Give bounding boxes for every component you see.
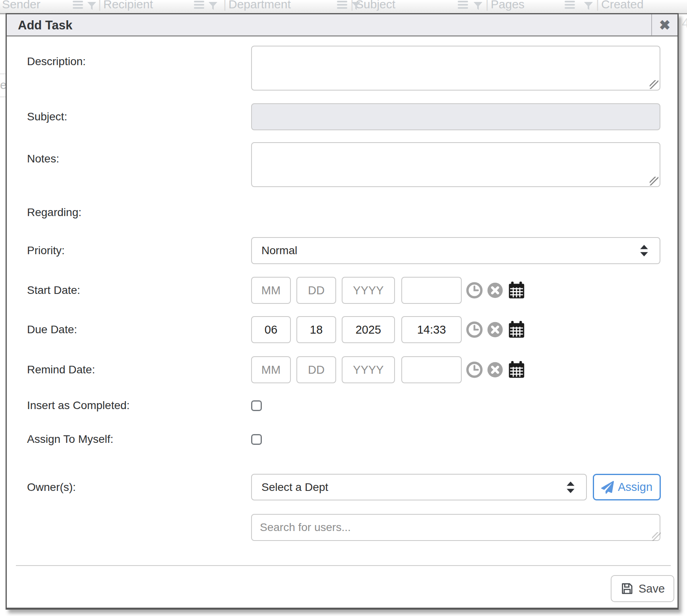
start-day-input[interactable] — [296, 277, 336, 304]
due-date-label: Due Date: — [27, 322, 77, 338]
dialog-title: Add Task — [18, 14, 72, 37]
sort-icon — [458, 1, 468, 11]
bg-row-line — [0, 97, 6, 97]
bg-column-recipient: Recipient — [103, 0, 153, 12]
column-separator: | — [486, 0, 489, 12]
start-month-input[interactable] — [251, 277, 291, 304]
due-year-input[interactable] — [342, 316, 395, 343]
background-table-header: Sender Recipient Department Subject Page… — [0, 0, 687, 14]
due-time-input[interactable] — [401, 316, 462, 343]
sort-icon — [194, 1, 204, 11]
save-button-label: Save — [639, 582, 665, 595]
remind-day-input[interactable] — [296, 356, 336, 383]
paper-plane-icon — [601, 481, 614, 494]
department-select[interactable]: Select a Dept — [251, 474, 587, 500]
regarding-label: Regarding: — [27, 205, 81, 220]
dialog-header: Add Task ✖ — [7, 14, 677, 37]
priority-selected-value: Normal — [261, 244, 638, 257]
calendar-icon[interactable] — [508, 321, 525, 339]
clear-date-icon[interactable] — [487, 282, 503, 299]
add-task-dialog: Add Task ✖ Description: Subject: Notes: … — [6, 13, 679, 610]
column-separator: | — [98, 0, 101, 12]
filter-funnel-icon — [583, 1, 594, 11]
remind-time-input[interactable] — [401, 356, 462, 383]
bg-column-pages: Pages — [491, 0, 524, 12]
owners-label: Owner(s): — [27, 479, 76, 495]
start-time-input[interactable] — [401, 277, 462, 304]
save-button[interactable]: Save — [611, 575, 674, 602]
filter-funnel-icon — [473, 1, 483, 11]
insert-as-completed-checkbox[interactable] — [251, 400, 262, 411]
remind-year-input[interactable] — [342, 356, 395, 383]
due-month-input[interactable] — [251, 316, 291, 343]
filter-funnel-icon — [351, 1, 361, 11]
filter-funnel-icon — [87, 1, 97, 11]
subject-input — [251, 103, 660, 130]
bg-column-sender: Sender — [2, 0, 41, 12]
priority-label: Priority: — [27, 243, 65, 259]
remind-date-label: Remind Date: — [27, 362, 95, 378]
select-arrows-icon — [638, 244, 650, 257]
start-year-input[interactable] — [342, 277, 395, 304]
bg-text-fragment: 4 — [682, 15, 687, 31]
clock-icon[interactable] — [466, 282, 483, 299]
filter-funnel-icon — [208, 1, 218, 11]
insert-as-completed-label: Insert as Completed: — [27, 398, 130, 413]
user-search-textarea[interactable] — [251, 514, 660, 541]
start-date-label: Start Date: — [27, 282, 80, 298]
close-icon[interactable]: ✖ — [651, 14, 677, 35]
bg-column-created: Created — [601, 0, 644, 12]
description-label: Description: — [27, 54, 86, 70]
column-separator: | — [596, 0, 599, 12]
due-day-input[interactable] — [296, 316, 336, 343]
clear-date-icon[interactable] — [487, 361, 503, 378]
assign-to-myself-label: Assign To Myself: — [27, 431, 113, 447]
clear-date-icon[interactable] — [487, 321, 503, 338]
sort-icon — [337, 1, 347, 11]
select-arrows-icon — [565, 481, 577, 494]
sort-icon — [73, 1, 83, 11]
bg-column-subject: Subject — [356, 0, 395, 12]
assign-button[interactable]: Assign — [593, 474, 661, 500]
notes-label: Notes: — [27, 151, 59, 167]
assign-to-myself-checkbox[interactable] — [251, 434, 262, 445]
assign-button-label: Assign — [618, 481, 652, 494]
remind-month-input[interactable] — [251, 356, 291, 383]
footer-divider — [16, 565, 671, 566]
description-textarea[interactable] — [251, 46, 660, 91]
calendar-icon[interactable] — [508, 281, 525, 299]
clock-icon[interactable] — [466, 361, 483, 378]
notes-textarea[interactable] — [251, 142, 660, 187]
floppy-disk-icon — [620, 582, 634, 595]
bg-row-line — [0, 73, 6, 74]
bg-column-department: Department — [228, 0, 291, 12]
subject-label: Subject: — [27, 109, 67, 125]
priority-select[interactable]: Normal — [251, 237, 660, 264]
department-selected-value: Select a Dept — [261, 481, 565, 494]
column-separator: | — [223, 0, 226, 12]
sort-icon — [565, 1, 575, 11]
calendar-icon[interactable] — [508, 361, 525, 379]
clock-icon[interactable] — [466, 321, 483, 338]
